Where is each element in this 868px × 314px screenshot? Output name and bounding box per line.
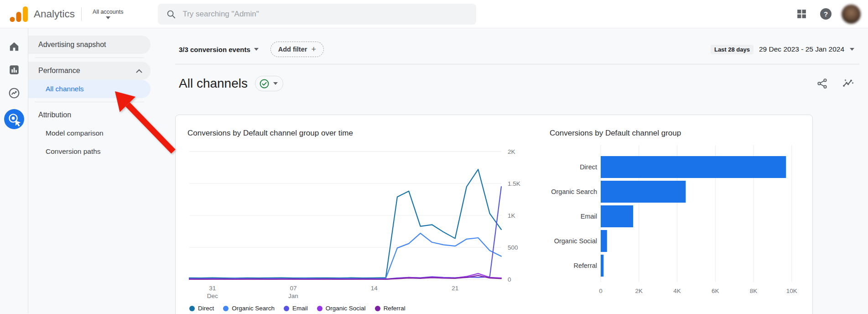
- svg-text:0: 0: [599, 288, 603, 294]
- top-header: Analytics All accounts ?: [0, 0, 868, 28]
- help-glyph: ?: [824, 10, 828, 18]
- svg-text:2K: 2K: [635, 288, 643, 294]
- google-analytics-logo-icon: [9, 5, 29, 23]
- svg-text:4K: 4K: [673, 288, 681, 294]
- legend-label: Organic Search: [232, 305, 275, 312]
- nav-item-model-comparison[interactable]: Model comparison: [28, 124, 151, 142]
- account-switcher[interactable]: All accounts: [88, 7, 128, 21]
- insights-icon[interactable]: [842, 78, 854, 89]
- charts-card: Conversions by Default channel group ove…: [175, 115, 813, 314]
- left-nav: Advertising snapshot Performance All cha…: [28, 28, 151, 314]
- line-chart-block: Conversions by Default channel group ove…: [187, 129, 529, 314]
- nav-item-label: Conversion paths: [46, 147, 101, 156]
- svg-text:Direct: Direct: [580, 163, 597, 171]
- date-preset-chip: Last 28 days: [711, 45, 754, 54]
- svg-text:14: 14: [371, 285, 378, 292]
- icon-rail: [0, 28, 28, 314]
- advertising-icon[interactable]: [4, 109, 24, 129]
- brand-name: Analytics: [34, 8, 75, 20]
- bar-chart[interactable]: 02K4K6K8K10KDirectOrganic SearchEmailOrg…: [550, 145, 805, 298]
- check-circle-icon: [260, 79, 269, 89]
- avatar[interactable]: [842, 5, 861, 24]
- legend-item: Referral: [375, 305, 405, 312]
- nav-section-attribution[interactable]: Attribution: [28, 106, 151, 124]
- svg-text:500: 500: [508, 244, 518, 251]
- nav-section-label: Performance: [38, 67, 80, 75]
- svg-text:21: 21: [452, 285, 458, 292]
- date-range-selector[interactable]: Last 28 days 29 Dec 2023 - 25 Jan 2024: [711, 45, 854, 54]
- nav-divider: [35, 102, 144, 102]
- bar-chart-title: Conversions by Default channel group: [550, 129, 805, 138]
- nav-divider: [35, 58, 144, 58]
- line-chart[interactable]: 05001K1.5K2K31Dec07Jan1421: [187, 145, 527, 300]
- legend-item: Organic Search: [223, 305, 275, 312]
- date-range-text: 29 Dec 2023 - 25 Jan 2024: [759, 45, 844, 53]
- svg-text:Organic Social: Organic Social: [554, 237, 597, 245]
- legend-label: Direct: [198, 305, 214, 312]
- legend-item: Organic Social: [317, 305, 366, 312]
- conversion-events-selector[interactable]: 3/3 conversion events: [179, 46, 259, 53]
- svg-text:8K: 8K: [750, 288, 758, 294]
- svg-text:10K: 10K: [786, 288, 797, 294]
- nav-item-advertising-snapshot[interactable]: Advertising snapshot: [28, 36, 151, 54]
- legend-dot: [317, 306, 322, 311]
- svg-text:Email: Email: [581, 213, 597, 220]
- toolbar-divider: [175, 64, 859, 64]
- caret-down-icon: [254, 48, 259, 51]
- nav-item-all-channels[interactable]: All channels: [28, 80, 151, 98]
- main-content: 3/3 conversion events Add filter + Last …: [151, 28, 868, 314]
- account-label: All accounts: [93, 9, 123, 15]
- legend-label: Referral: [384, 305, 405, 312]
- help-icon[interactable]: ?: [820, 8, 832, 20]
- chevron-down-icon: [106, 16, 110, 19]
- svg-text:2K: 2K: [508, 148, 515, 155]
- explore-icon[interactable]: [8, 87, 20, 99]
- nav-section-performance[interactable]: Performance: [28, 62, 151, 80]
- nav-section-label: Attribution: [38, 111, 71, 119]
- line-chart-title: Conversions by Default channel group ove…: [187, 129, 529, 138]
- svg-text:Organic Search: Organic Search: [551, 188, 597, 195]
- legend-dot: [284, 306, 289, 311]
- svg-text:6K: 6K: [712, 288, 719, 294]
- legend-dot: [189, 306, 195, 311]
- caret-down-icon: [273, 82, 278, 85]
- conversion-events-label: 3/3 conversion events: [179, 46, 250, 53]
- nav-item-label: All channels: [46, 85, 84, 93]
- svg-text:31: 31: [209, 285, 216, 292]
- legend-label: Organic Social: [326, 305, 366, 312]
- home-icon[interactable]: [8, 41, 20, 52]
- search-bar[interactable]: [158, 4, 476, 25]
- page-title: All channels: [179, 76, 248, 91]
- header-divider: [81, 7, 82, 21]
- search-input[interactable]: [182, 10, 468, 19]
- nav-item-label: Advertising snapshot: [38, 41, 106, 49]
- legend-dot: [375, 306, 380, 311]
- share-icon[interactable]: [817, 78, 828, 89]
- svg-text:Dec: Dec: [207, 293, 218, 299]
- chevron-up-icon: [136, 113, 142, 117]
- legend-item: Direct: [189, 305, 214, 312]
- chart-legend: DirectOrganic SearchEmailOrganic SocialR…: [189, 305, 529, 312]
- chevron-up-icon: [136, 69, 142, 73]
- svg-text:0: 0: [508, 276, 511, 283]
- reports-icon[interactable]: [8, 64, 20, 76]
- legend-dot: [223, 306, 229, 311]
- add-filter-label: Add filter: [278, 46, 307, 53]
- caret-down-icon: [850, 48, 854, 51]
- report-status-badge[interactable]: [255, 76, 283, 91]
- svg-text:Referral: Referral: [573, 262, 597, 269]
- plus-icon: +: [311, 45, 316, 54]
- legend-label: Email: [292, 305, 308, 312]
- svg-text:1.5K: 1.5K: [508, 180, 520, 187]
- add-filter-button[interactable]: Add filter +: [270, 42, 324, 57]
- bar-chart-block: Conversions by Default channel group 02K…: [550, 129, 805, 314]
- svg-text:Jan: Jan: [288, 293, 298, 299]
- legend-item: Email: [284, 305, 308, 312]
- search-icon: [166, 9, 176, 19]
- svg-text:07: 07: [290, 285, 296, 292]
- apps-grid-icon[interactable]: [796, 8, 807, 20]
- svg-text:1K: 1K: [508, 212, 515, 219]
- nav-item-conversion-paths[interactable]: Conversion paths: [28, 142, 151, 161]
- nav-item-label: Model comparison: [46, 129, 104, 137]
- analytics-logo[interactable]: Analytics: [9, 5, 75, 23]
